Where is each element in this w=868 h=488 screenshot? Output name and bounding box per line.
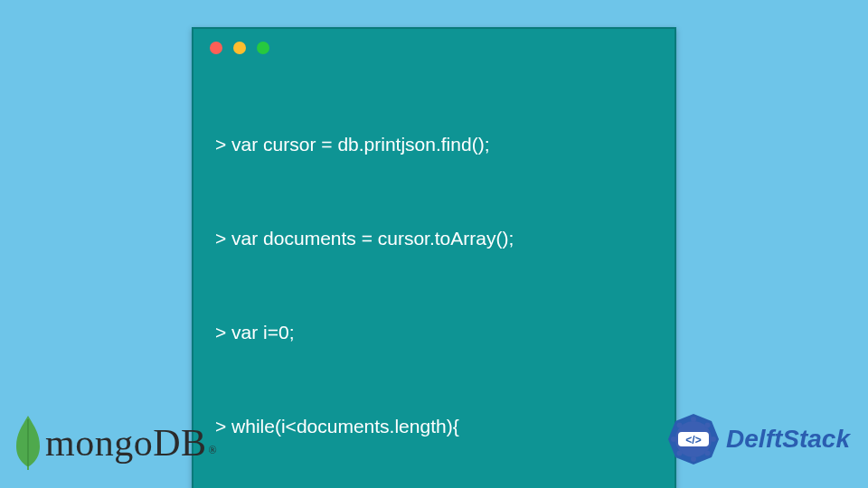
svg-point-5	[671, 436, 676, 442]
delftstack-logo: </> DelftStack	[665, 410, 850, 468]
code-body: > var cursor = db.printjson.find(); > va…	[193, 56, 675, 488]
window-traffic-lights	[193, 29, 675, 56]
leaf-icon	[13, 414, 43, 472]
mongodb-logo: mongoDB®	[13, 414, 215, 472]
code-line: > while(i<documents.length){	[215, 411, 653, 443]
delft-badge-icon: </>	[665, 410, 722, 468]
mongodb-wordmark: mongoDB®	[45, 421, 215, 465]
svg-point-3	[711, 436, 716, 442]
registered-mark: ®	[209, 444, 218, 456]
code-line: > var i=0;	[215, 317, 653, 349]
code-line: > var cursor = db.printjson.find();	[215, 129, 653, 161]
close-icon	[210, 42, 222, 54]
maximize-icon	[257, 42, 269, 54]
svg-point-7	[705, 451, 711, 456]
svg-text:</>: </>	[685, 434, 701, 446]
brand-name: mongoDB	[45, 422, 207, 464]
svg-point-6	[705, 423, 711, 428]
svg-point-8	[677, 451, 683, 456]
code-line: > var documents = cursor.toArray();	[215, 223, 653, 255]
svg-point-9	[677, 423, 683, 428]
svg-point-4	[691, 456, 696, 462]
svg-point-2	[691, 417, 696, 422]
delftstack-wordmark: DelftStack	[726, 425, 850, 454]
code-window: > var cursor = db.printjson.find(); > va…	[192, 27, 676, 488]
minimize-icon	[233, 42, 246, 54]
